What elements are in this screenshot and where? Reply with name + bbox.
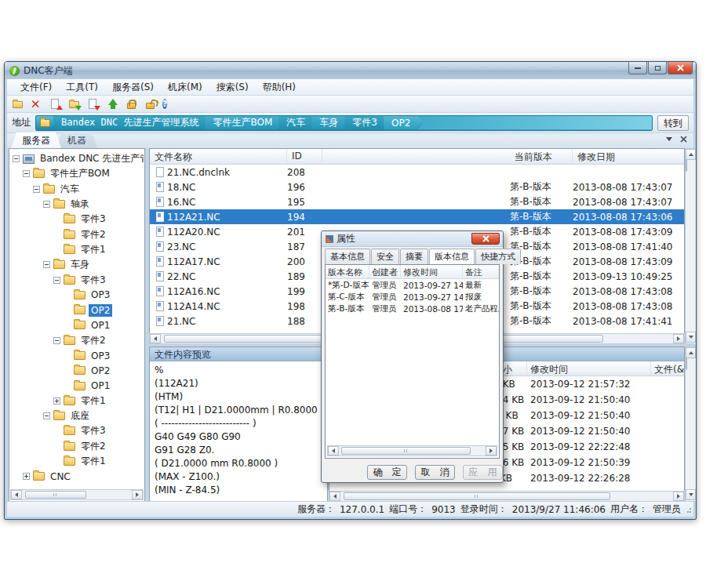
dialog-title-bar[interactable]: 属性 (322, 231, 503, 247)
menu-tools[interactable]: 工具(T) (59, 79, 105, 96)
column-version-name[interactable]: 版本名称 (326, 265, 369, 278)
tab-shortcut[interactable]: 快捷方式 (475, 249, 521, 264)
attachments-vscrollbar[interactable] (685, 347, 697, 502)
column-file[interactable]: 文件(&I (651, 361, 684, 376)
tab-close-icon[interactable] (680, 136, 687, 143)
column-mtime[interactable]: 修改时间 (527, 361, 651, 376)
scroll-thumb[interactable] (25, 491, 86, 499)
attachments-hscrollbar[interactable] (329, 491, 685, 502)
tree-item[interactable]: 零件2 (11, 333, 144, 348)
tree-item[interactable]: 底座 (11, 408, 144, 423)
collapse-icon[interactable] (53, 337, 60, 344)
minimize-button[interactable] (628, 62, 647, 74)
tree-item[interactable]: OP3 (11, 348, 144, 363)
tree-item[interactable]: 轴承 (11, 197, 144, 212)
tree-item[interactable]: OP1 (11, 318, 144, 332)
tab-summary[interactable]: 摘要 (400, 249, 428, 264)
folder-export-icon[interactable] (68, 98, 82, 111)
tab-version-info[interactable]: 版本信息 (429, 249, 475, 265)
tree-item[interactable]: 零件1 (11, 454, 144, 469)
file-list-vscrollbar[interactable] (685, 148, 697, 344)
dialog-hscrollbar[interactable] (327, 445, 497, 456)
column-mtime[interactable]: 修改时间 (401, 265, 463, 278)
breadcrumb-op[interactable]: OP2 (384, 116, 423, 130)
title-bar[interactable]: DNC客户端 (5, 62, 696, 79)
collapse-icon[interactable] (43, 201, 50, 208)
version-row[interactable]: *第-D-版本管理员2013-09-27 14:...最新 (326, 279, 499, 291)
version-row[interactable]: 第-B-版本管理员2013-08-08 17:...老产品程序 (326, 303, 499, 314)
file-download-icon[interactable] (87, 98, 100, 111)
tree-item[interactable]: 零件2 (11, 439, 144, 454)
tree-item[interactable]: 零件2 (11, 227, 144, 241)
go-button[interactable]: 转到 (657, 115, 689, 131)
send-up-icon[interactable] (106, 98, 119, 111)
collapse-icon[interactable] (23, 170, 30, 177)
table-row[interactable]: 16.NC195第-B-版本2013-08-08 17:43:07 (150, 194, 684, 209)
collapse-icon[interactable] (33, 186, 40, 193)
column-name[interactable]: 文件名称 (150, 149, 287, 164)
dialog-close-button[interactable] (471, 233, 500, 245)
new-folder-icon[interactable] (12, 98, 25, 111)
column-note[interactable]: 备注 (463, 265, 499, 278)
breadcrumb-part[interactable]: 零件3 (344, 116, 390, 130)
table-row-selected[interactable]: 112A21.NC194第-B-版本2013-08-08 17:43:06 (150, 209, 684, 224)
collapse-icon[interactable] (53, 277, 60, 284)
scroll-left-icon[interactable] (328, 446, 339, 456)
menu-search[interactable]: 搜索(S) (209, 79, 256, 96)
scroll-left-icon[interactable] (150, 334, 161, 343)
scroll-thumb[interactable] (344, 492, 610, 500)
resize-grip[interactable] (685, 508, 691, 514)
breadcrumb-root[interactable]: Bandex DNC 先进生产管理系统 (53, 116, 211, 130)
close-button[interactable] (668, 62, 693, 74)
tree-hscrollbar[interactable] (10, 489, 144, 500)
tab-list-dropdown-icon[interactable] (666, 137, 672, 141)
column-date[interactable]: 修改日期 (573, 149, 684, 164)
tree-item[interactable]: OP1 (11, 378, 144, 393)
collapse-icon[interactable] (43, 261, 50, 268)
collapse-icon[interactable] (13, 155, 20, 162)
maximize-button[interactable] (648, 62, 667, 74)
tree-item[interactable]: OP2 (11, 363, 144, 378)
help-icon[interactable]: ? (162, 98, 176, 111)
menu-machine[interactable]: 机床(M) (161, 79, 209, 96)
lock-icon[interactable] (125, 98, 138, 111)
tree-item[interactable]: 零件1 (11, 394, 144, 408)
scroll-right-icon[interactable] (132, 490, 143, 499)
tree-item[interactable]: 零件生产BOM (11, 166, 144, 181)
collapse-icon[interactable] (43, 412, 50, 419)
scroll-thumb[interactable] (686, 358, 687, 370)
breadcrumb-bom[interactable]: 零件生产BOM (205, 116, 285, 130)
menu-help[interactable]: 帮助(H) (256, 79, 303, 96)
tree-item[interactable]: 车身 (11, 257, 144, 272)
scroll-thumb[interactable] (341, 447, 471, 455)
tree-item-selected[interactable]: OP2 (11, 303, 144, 318)
tree-item[interactable]: CNC (11, 469, 144, 484)
scroll-thumb[interactable] (686, 159, 687, 172)
column-version[interactable]: 当前版本 (510, 149, 573, 164)
tree-item[interactable]: 零件3 (11, 272, 144, 287)
column-id[interactable]: ID (287, 149, 322, 164)
scroll-up-icon[interactable] (686, 149, 696, 160)
file-upload-icon[interactable] (49, 98, 63, 111)
scroll-right-icon[interactable] (673, 492, 684, 501)
tree-item[interactable]: OP3 (11, 288, 144, 303)
version-row[interactable]: 第-C-版本管理员2013-09-27 14:...报废 (326, 291, 499, 303)
scroll-up-icon[interactable] (686, 347, 696, 358)
expand-icon[interactable] (53, 397, 60, 405)
tab-security[interactable]: 安全 (371, 249, 399, 264)
scroll-down-icon[interactable] (686, 489, 696, 500)
table-row[interactable]: 18.NC196第-B-版本2013-08-08 17:43:07 (150, 180, 684, 194)
scroll-right-icon[interactable] (486, 446, 497, 456)
menu-server[interactable]: 服务器(S) (105, 79, 161, 96)
tree-item[interactable]: 汽车 (11, 182, 144, 197)
cancel-button[interactable]: 取 消 (415, 465, 455, 480)
tab-server[interactable]: 服务器 (11, 132, 61, 148)
scroll-down-icon[interactable] (686, 332, 696, 343)
tree-item-root[interactable]: Bandex DNC 先进生产管理系统 (11, 151, 144, 166)
unlock-icon[interactable] (144, 98, 157, 111)
tab-basic-info[interactable]: 基本信息 (325, 249, 370, 264)
menu-file[interactable]: 文件(F) (13, 79, 59, 96)
column-creator[interactable]: 创建者 (369, 265, 401, 278)
scroll-left-icon[interactable] (329, 492, 340, 501)
expand-icon[interactable] (23, 473, 30, 480)
